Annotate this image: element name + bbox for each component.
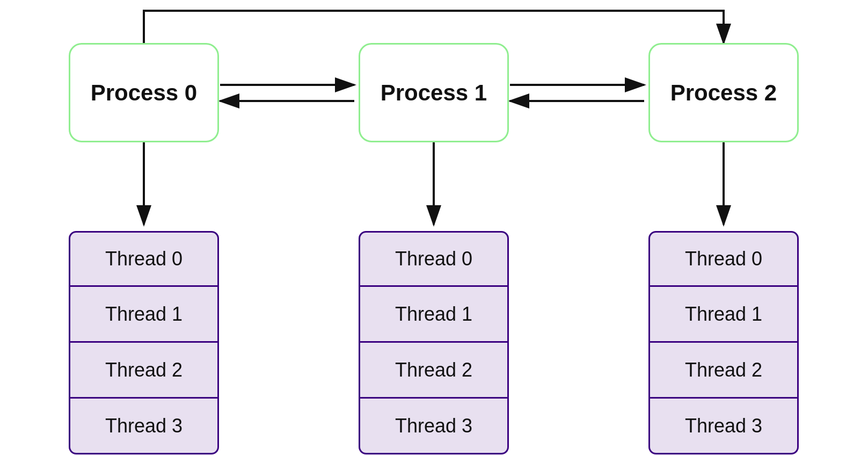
thread-1-1: Thread 1 [359,287,509,343]
thread-stack-0: Thread 0 Thread 1 Thread 2 Thread 3 [69,231,219,454]
thread-2-3: Thread 3 [648,399,799,454]
thread-0-1: Thread 1 [69,287,219,343]
process-0-label: Process 0 [91,80,197,106]
thread-1-0: Thread 0 [359,231,509,287]
thread-2-1: Thread 1 [648,287,799,343]
thread-1-3: Thread 3 [359,399,509,454]
thread-stack-1: Thread 0 Thread 1 Thread 2 Thread 3 [359,231,509,454]
process-2-label: Process 2 [670,80,777,106]
thread-stack-2: Thread 0 Thread 1 Thread 2 Thread 3 [648,231,799,454]
thread-1-2: Thread 2 [359,343,509,399]
thread-0-0: Thread 0 [69,231,219,287]
process-0-box: Process 0 [69,43,219,142]
process-1-box: Process 1 [359,43,509,142]
thread-0-2: Thread 2 [69,343,219,399]
top-arc-arrow [144,11,724,43]
process-2-box: Process 2 [648,43,799,142]
process-1-label: Process 1 [381,80,487,106]
diagram: Process 0 Process 1 Process 2 Thread 0 T… [0,0,868,455]
thread-0-3: Thread 3 [69,399,219,454]
thread-2-2: Thread 2 [648,343,799,399]
thread-2-0: Thread 0 [648,231,799,287]
